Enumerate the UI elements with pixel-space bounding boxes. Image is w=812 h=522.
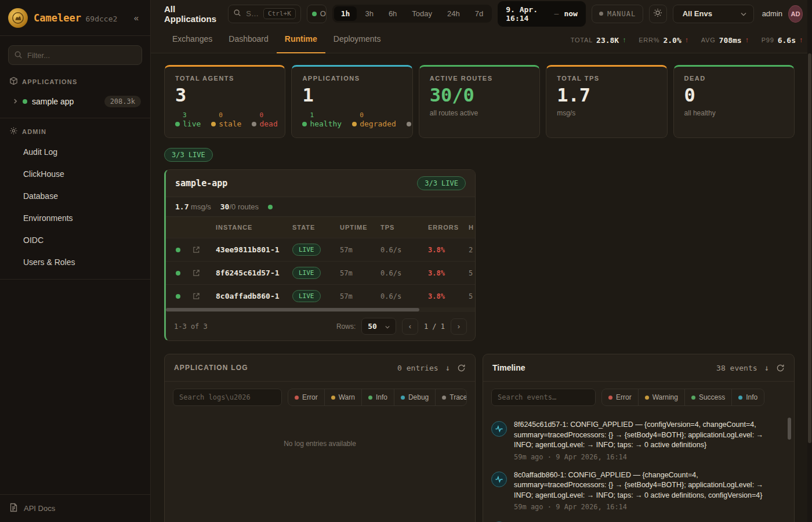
timeline-scrollbar-thumb[interactable] xyxy=(788,418,791,440)
meta-tps-unit: msg/s xyxy=(191,202,211,211)
runtime-dashboard: Cameleer 69dcce2 « APPLICATIONS sample a… xyxy=(0,0,812,522)
refresh-icon[interactable] xyxy=(776,364,785,372)
download-icon[interactable]: ↓ xyxy=(764,363,769,372)
filter-info[interactable]: Info xyxy=(731,389,764,405)
sidebar-item-users-roles[interactable]: Users & Roles xyxy=(0,251,150,273)
row-range-label: 1-3 of 3 xyxy=(174,322,208,331)
timeline-event[interactable]: 8c0affadb860-1: CONFIG_APPLIED — {change… xyxy=(491,470,782,512)
filter-warning[interactable]: Warning xyxy=(638,389,684,405)
tab-dashboard[interactable]: Dashboard xyxy=(220,27,277,53)
card-title: APPLICATIONS xyxy=(302,75,401,82)
live-summary-row: 3/3 LIVE xyxy=(164,148,795,162)
online-status-label: O xyxy=(320,9,326,18)
sidebar-item-audit-log[interactable]: Audit Log xyxy=(0,141,150,163)
sidebar-filter-input[interactable] xyxy=(8,45,142,65)
event-search-input[interactable] xyxy=(491,389,596,406)
sidebar-item-sample-app[interactable]: sample app 208.3k xyxy=(0,91,150,112)
breakdown-label: healthy xyxy=(310,119,342,129)
table-footer: 1-3 of 3 Rows: 50 ‹ 1 / 1 › xyxy=(166,312,475,340)
sidebar-item-database[interactable]: Database xyxy=(0,185,150,207)
page-scrollbar[interactable] xyxy=(807,0,812,522)
online-status-button[interactable]: O xyxy=(307,5,327,23)
api-docs-label: API Docs xyxy=(24,504,55,513)
tab-exchanges[interactable]: Exchanges xyxy=(164,27,220,53)
online-status-dot xyxy=(312,12,317,16)
card-value: 1.7 xyxy=(557,85,656,106)
timeline-event[interactable]: 8f6245c61d57-1: CONFIG_APPLIED — {config… xyxy=(491,420,782,461)
time-range-group: 1h 3h 6h Today 24h 7d xyxy=(332,5,492,23)
download-icon[interactable]: ↓ xyxy=(445,363,450,372)
time-range-today[interactable]: Today xyxy=(405,6,439,21)
prev-page-button[interactable]: ‹ xyxy=(402,318,418,335)
date-range-display[interactable]: 9. Apr. 16:14 – now xyxy=(498,1,586,27)
time-range-1h[interactable]: 1h xyxy=(334,6,357,21)
sidebar-collapse-button[interactable]: « xyxy=(130,12,142,24)
time-range-7d[interactable]: 7d xyxy=(468,6,490,21)
col-errors: ERRORS xyxy=(426,224,466,231)
table-row[interactable]: 8f6245c61d57-1 LIVE 57m 0.6/s 3.8% 5 xyxy=(166,261,475,284)
avatar[interactable]: AD xyxy=(788,5,803,23)
rows-per-page-select[interactable]: 50 xyxy=(361,318,396,335)
horizontal-scrollbar[interactable] xyxy=(166,307,475,312)
filter-label: Debug xyxy=(408,393,429,401)
page-title: All Applications xyxy=(164,4,217,24)
error-dot xyxy=(295,396,299,400)
external-link-icon[interactable] xyxy=(190,246,213,253)
filter-trace[interactable]: Trace xyxy=(435,389,467,405)
card-breakdown: 3live 0stale 0dead xyxy=(175,111,274,129)
tab-deployments[interactable]: Deployments xyxy=(325,27,389,53)
time-range-6h[interactable]: 6h xyxy=(382,6,404,21)
filter-success[interactable]: Success xyxy=(684,389,731,405)
external-link-icon[interactable] xyxy=(190,269,213,277)
filter-error[interactable]: Error xyxy=(602,389,638,405)
sidebar-item-clickhouse[interactable]: ClickHouse xyxy=(0,163,150,185)
h-cell-clipped: 2 xyxy=(466,246,476,254)
build-hash: 69dcce2 xyxy=(86,14,118,23)
breakdown-label: live xyxy=(183,119,201,129)
theme-toggle-button[interactable] xyxy=(649,5,666,23)
time-range-3h[interactable]: 3h xyxy=(358,6,380,21)
page-scrollbar-thumb[interactable] xyxy=(808,53,811,443)
tab-bar: Exchanges Dashboard Runtime Deployments … xyxy=(151,27,812,53)
card-dead: DEAD 0 all healthy xyxy=(673,65,795,138)
filter-debug[interactable]: Debug xyxy=(394,389,435,405)
table-row[interactable]: 43ee9811b801-1 LIVE 57m 0.6/s 3.8% 2 xyxy=(166,238,475,261)
sidebar-item-oidc[interactable]: OIDC xyxy=(0,229,150,251)
external-link-icon[interactable] xyxy=(190,292,213,300)
application-log-title: APPLICATION LOG xyxy=(174,364,248,372)
state-badge: LIVE xyxy=(292,267,321,279)
filter-error[interactable]: Error xyxy=(288,389,324,405)
chevron-right-icon[interactable] xyxy=(13,98,18,105)
stat-label: ERR% xyxy=(639,37,659,44)
event-timestamp: 59m ago · 9 Apr 2026, 16:14 xyxy=(514,453,782,461)
brand-block: Cameleer 69dcce2 xyxy=(34,12,117,24)
log-level-filters: Error Warn Info Debug Trace xyxy=(288,389,467,406)
tab-runtime[interactable]: Runtime xyxy=(277,27,325,53)
application-log-panel: APPLICATION LOG 0 entries ↓ Error Warn I… xyxy=(164,354,476,522)
summary-stats: TOTAL 23.8K ↑ ERR% 2.0% ↑ AVG 708ms ↑ P9… xyxy=(571,36,803,45)
filter-label: Warning xyxy=(652,393,678,401)
refresh-icon[interactable] xyxy=(457,364,466,372)
scrollbar-thumb[interactable] xyxy=(166,308,419,311)
app-status-dot xyxy=(23,99,27,104)
manual-refresh-button[interactable]: MANUAL xyxy=(592,5,643,23)
filter-info[interactable]: Info xyxy=(361,389,394,405)
time-range-24h[interactable]: 24h xyxy=(440,6,467,21)
global-search-button[interactable]: S… Ctrl+K xyxy=(228,5,300,23)
success-dot xyxy=(691,396,695,400)
log-search-input[interactable] xyxy=(173,389,282,406)
next-page-button[interactable]: › xyxy=(451,318,467,335)
environment-select[interactable]: All Envs xyxy=(673,5,754,23)
timeline-controls: Error Warning Success Info xyxy=(483,382,794,413)
applications-section-label: APPLICATIONS xyxy=(22,78,77,85)
api-docs-link[interactable]: API Docs xyxy=(0,494,150,522)
filter-warn[interactable]: Warn xyxy=(324,389,361,405)
uptime-cell: 57m xyxy=(338,292,378,300)
card-active-routes: ACTIVE ROUTES 30/0 all routes active xyxy=(419,65,540,138)
table-row[interactable]: 8c0affadb860-1 LIVE 57m 0.6/s 3.8% 5 xyxy=(166,284,475,307)
card-title: DEAD xyxy=(684,75,784,82)
search-shortcut-kbd: Ctrl+K xyxy=(263,8,296,19)
rows-per-page-value: 50 xyxy=(368,322,377,331)
sidebar-item-environments[interactable]: Environments xyxy=(0,207,150,229)
debug-dot xyxy=(401,396,405,400)
